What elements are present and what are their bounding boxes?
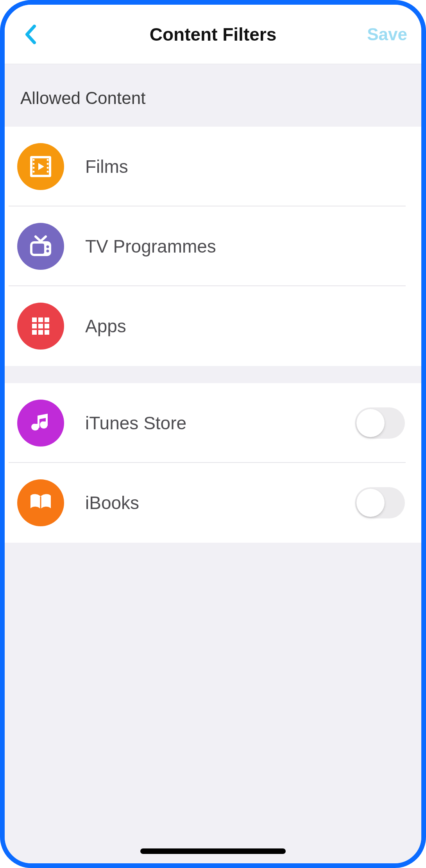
- section-header: Allowed Content: [5, 64, 421, 127]
- toggle-ibooks[interactable]: [355, 487, 405, 518]
- svg-rect-15: [32, 317, 37, 322]
- svg-rect-12: [32, 244, 44, 254]
- row-label: iTunes Store: [85, 412, 355, 434]
- svg-rect-19: [38, 324, 43, 328]
- row-apps[interactable]: Apps: [5, 286, 421, 366]
- svg-point-14: [47, 250, 49, 253]
- svg-point-7: [47, 163, 49, 165]
- row-tv-programmes[interactable]: TV Programmes: [5, 206, 421, 286]
- svg-rect-20: [45, 324, 49, 328]
- svg-point-6: [47, 159, 49, 161]
- back-button[interactable]: [19, 23, 42, 46]
- empty-area: [5, 543, 421, 863]
- svg-rect-22: [38, 330, 43, 335]
- svg-point-8: [47, 167, 49, 169]
- toggle-knob: [356, 489, 385, 517]
- page-title: Content Filters: [5, 24, 421, 45]
- svg-rect-16: [38, 317, 43, 322]
- book-icon: [17, 479, 64, 526]
- list-group-1: Films TV Programmes: [5, 127, 421, 366]
- row-label: iBooks: [85, 492, 355, 513]
- toggle-knob: [356, 409, 385, 437]
- row-ibooks: iBooks: [5, 463, 421, 543]
- row-films[interactable]: Films: [5, 127, 421, 206]
- home-indicator[interactable]: [140, 848, 286, 854]
- section-header-label: Allowed Content: [20, 88, 406, 108]
- chevron-left-icon: [25, 25, 36, 44]
- svg-point-13: [47, 246, 49, 248]
- row-label: Films: [85, 156, 409, 177]
- svg-rect-17: [45, 317, 49, 322]
- svg-rect-23: [45, 330, 49, 335]
- row-label: Apps: [85, 316, 409, 337]
- nav-bar: Content Filters Save: [5, 5, 421, 64]
- list-group-2: iTunes Store iBooks: [5, 383, 421, 543]
- save-button[interactable]: Save: [367, 25, 407, 44]
- row-label: TV Programmes: [85, 236, 409, 257]
- svg-point-5: [33, 171, 35, 173]
- tv-icon: [17, 223, 64, 270]
- svg-point-9: [47, 171, 49, 173]
- svg-point-4: [33, 167, 35, 169]
- row-itunes-store: iTunes Store: [5, 383, 421, 463]
- film-icon: [17, 143, 64, 190]
- svg-point-3: [33, 163, 35, 165]
- group-gap: [5, 366, 421, 383]
- svg-point-2: [33, 159, 35, 161]
- toggle-itunes-store[interactable]: [355, 407, 405, 439]
- svg-rect-18: [32, 324, 37, 328]
- music-note-icon: [17, 400, 64, 447]
- device-frame: Content Filters Save Allowed Content: [0, 0, 426, 868]
- apps-grid-icon: [17, 303, 64, 350]
- svg-rect-21: [32, 330, 37, 335]
